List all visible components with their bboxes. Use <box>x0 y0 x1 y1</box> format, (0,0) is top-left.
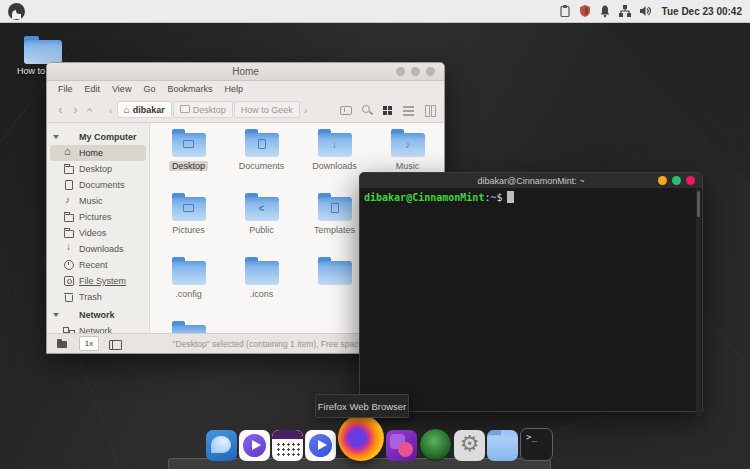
dock-icon-file-manager[interactable] <box>487 430 518 461</box>
dock <box>206 415 553 461</box>
dock-icon-terminal[interactable] <box>520 428 553 461</box>
dock-icon-media-player-blue[interactable] <box>305 430 336 461</box>
grid-view-icon[interactable] <box>382 104 394 116</box>
sidebar-item[interactable]: Pictures <box>47 209 149 225</box>
menu-item[interactable]: View <box>107 83 136 95</box>
dock-icon-messaging-app[interactable] <box>206 430 237 461</box>
folder-tile[interactable]: Desktop <box>152 127 225 191</box>
up-button[interactable]: ‹ <box>83 100 98 120</box>
maximize-button[interactable] <box>411 67 420 76</box>
folder-icon <box>318 193 352 221</box>
list-view-icon[interactable] <box>403 104 415 116</box>
dock-icon-media-player[interactable] <box>239 430 270 461</box>
sidebar-item-label: Music <box>79 196 103 206</box>
folder-emblem-icon <box>172 139 206 151</box>
clipboard-icon[interactable] <box>558 4 572 18</box>
dock-icon-firefox[interactable] <box>338 415 384 461</box>
sidebar-item-icon <box>63 259 75 271</box>
folder-emblem-icon <box>391 139 425 151</box>
folder-tile[interactable]: .icons <box>225 255 298 319</box>
bell-icon[interactable] <box>598 4 612 18</box>
terminal-cursor <box>507 191 514 203</box>
sidebar-item-label: Documents <box>79 180 125 190</box>
terminal-scrollbar[interactable] <box>696 189 701 416</box>
dock-icon-screenshot-tool[interactable] <box>386 430 417 461</box>
folder-icon <box>318 129 352 157</box>
top-panel: Tue Dec 23 00:42 <box>0 0 750 23</box>
back-button[interactable]: ‹ <box>53 100 68 120</box>
crumb-scroll-right-icon[interactable]: › <box>301 104 311 116</box>
compact-view-icon[interactable] <box>424 104 436 116</box>
sidebar-item[interactable]: Music <box>47 193 149 209</box>
breadcrumb-icon <box>124 104 133 115</box>
breadcrumb-label: How to Geek <box>241 105 293 115</box>
folder-tile[interactable] <box>152 319 225 333</box>
minimize-button[interactable] <box>396 67 405 76</box>
menu-bar: FileEditViewGoBookmarksHelp <box>47 81 444 97</box>
menu-item[interactable]: Go <box>138 83 160 95</box>
sidebar-item[interactable]: Recent <box>47 257 149 273</box>
crumb-scroll-left-icon[interactable]: ‹ <box>106 104 116 116</box>
sidebar-item[interactable]: Network <box>47 323 149 333</box>
folder-icon <box>391 129 425 157</box>
sidebar-item-label: Home <box>79 148 103 158</box>
dock-icon-settings[interactable] <box>454 430 485 461</box>
folder-label: Templates <box>311 225 358 235</box>
sidebar-item[interactable]: Videos <box>47 225 149 241</box>
sidebar-item[interactable]: My Computer <box>47 129 149 145</box>
sidebar-item[interactable]: File System <box>47 273 149 289</box>
clock[interactable]: Tue Dec 23 00:42 <box>662 6 742 17</box>
title-bar[interactable]: Home <box>47 63 444 81</box>
dock-icon-calendar[interactable] <box>272 430 303 461</box>
sidebar-item-label: File System <box>79 276 126 286</box>
sidebar-item[interactable]: Desktop <box>47 161 149 177</box>
show-places-icon[interactable] <box>55 337 71 351</box>
sidebar-item-label: Recent <box>79 260 108 270</box>
breadcrumb-label: dibakar <box>133 105 165 115</box>
dock-icon-green-orb-app[interactable] <box>419 428 452 461</box>
folder-label: Music <box>393 161 423 171</box>
search-icon[interactable] <box>361 104 373 116</box>
sidebar-item[interactable]: Downloads <box>47 241 149 257</box>
sidebar-item[interactable]: Home <box>50 145 146 161</box>
sidebar-item[interactable]: Documents <box>47 177 149 193</box>
sidebar-item-icon <box>63 325 75 333</box>
folder-icon <box>172 193 206 221</box>
sidebar-item-icon <box>63 147 75 159</box>
sidebar: My Computer Home Desktop Documents Music… <box>47 123 150 333</box>
folder-icon <box>172 129 206 157</box>
sidebar-item[interactable]: Trash <box>47 289 149 305</box>
folder-tile[interactable]: .config <box>152 255 225 319</box>
folder-emblem-icon <box>245 139 279 152</box>
menu-item[interactable]: Edit <box>80 83 106 95</box>
breadcrumb-item[interactable]: dibakar <box>117 101 172 118</box>
breadcrumb-item[interactable]: How to Geek <box>234 101 300 118</box>
menu-button[interactable] <box>8 3 25 20</box>
folder-tile[interactable]: Documents <box>225 127 298 191</box>
menu-item[interactable]: Help <box>219 83 248 95</box>
toggle-location-entry-icon[interactable] <box>340 104 352 116</box>
terminal-title-bar[interactable]: dibakar@CinnamonMint: ~ <box>360 173 702 188</box>
maximize-button[interactable] <box>672 176 681 185</box>
window-title: Home <box>47 66 444 77</box>
menu-item[interactable]: File <box>53 83 78 95</box>
folder-label: Desktop <box>169 161 208 171</box>
network-icon[interactable] <box>618 4 632 18</box>
sidebar-item-icon <box>63 227 75 239</box>
volume-icon[interactable] <box>638 4 652 18</box>
folder-label: Downloads <box>309 161 360 171</box>
sidebar-item[interactable]: Network <box>47 307 149 323</box>
folder-tile[interactable]: Pictures <box>152 191 225 255</box>
close-button[interactable] <box>686 176 695 185</box>
menu-item[interactable]: Bookmarks <box>162 83 217 95</box>
breadcrumb-icon <box>180 105 193 115</box>
close-button[interactable] <box>426 67 435 76</box>
terminal-window: dibakar@CinnamonMint: ~ dibakar@Cinnamon… <box>359 172 703 412</box>
terminal-body[interactable]: dibakar@CinnamonMint:~$ <box>360 188 702 417</box>
breadcrumb-item[interactable]: Desktop <box>173 101 233 118</box>
zoom-level-button[interactable]: 1x <box>79 336 99 351</box>
folder-tile[interactable]: Public <box>225 191 298 255</box>
minimize-button[interactable] <box>658 176 667 185</box>
update-shield-icon[interactable] <box>578 4 592 18</box>
toggle-pane-icon[interactable] <box>107 337 123 351</box>
